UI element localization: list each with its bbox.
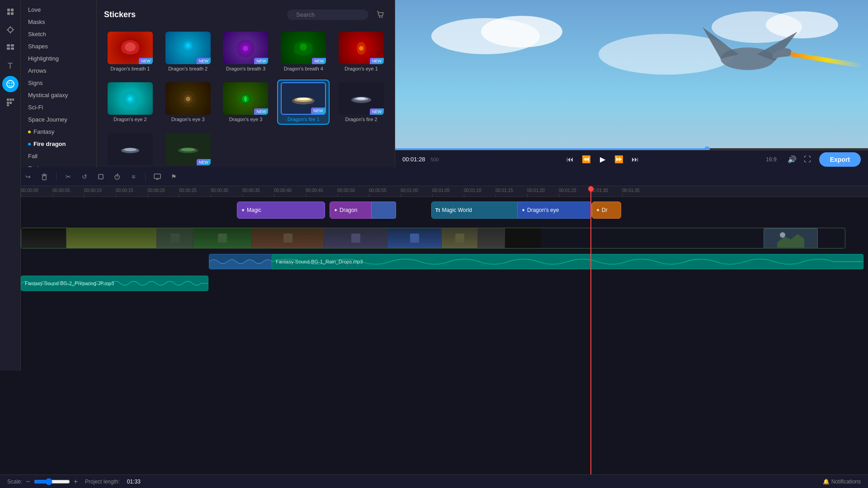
undo-history-button[interactable]: ↺ bbox=[78, 170, 91, 183]
sticker-item-dragon-eye-3a[interactable]: Dragon's eye 3 bbox=[162, 80, 214, 125]
scale-label: Scale: bbox=[7, 479, 22, 485]
play-pause-button[interactable]: ▶ bbox=[596, 153, 609, 166]
nav-icon-grid[interactable] bbox=[2, 40, 19, 56]
nav-icon-text[interactable]: T bbox=[2, 58, 19, 74]
new-badge: NEW bbox=[312, 58, 326, 64]
video-seg-forest bbox=[66, 228, 157, 248]
sidebar-item-arrows[interactable]: Arrows bbox=[21, 65, 96, 77]
audio-clip-bg2[interactable]: Fantasy-Sound-BG-2_Preparing-JP.mp3 bbox=[21, 276, 208, 291]
list-button[interactable]: ≡ bbox=[127, 170, 140, 183]
sidebar-item-shapes[interactable]: Shapes bbox=[21, 40, 96, 52]
clip-label: Magic bbox=[247, 207, 261, 213]
photo-thumbnail-svg bbox=[777, 230, 804, 248]
sidebar-item-love[interactable]: Love bbox=[21, 4, 96, 16]
sidebar-item-sketch[interactable]: Sketch bbox=[21, 28, 96, 40]
dot-blue bbox=[28, 143, 31, 145]
video-seg-green bbox=[193, 228, 252, 248]
sticker-thumb: NEW bbox=[223, 82, 268, 115]
ruler-mark-13: 00:01:05 bbox=[432, 188, 450, 193]
nav-icon-stickers[interactable] bbox=[2, 76, 19, 92]
sticker-item-dragon-fire-1[interactable]: NEW Dragon's fire 1 bbox=[277, 80, 330, 125]
step-back-button[interactable]: ⏪ bbox=[580, 153, 593, 166]
sticker-clip-magic[interactable]: ✦ Magic bbox=[237, 202, 325, 219]
svg-rect-19 bbox=[7, 102, 9, 104]
sticker-item-dragon-eye-2[interactable]: Dragon's eye 2 bbox=[104, 80, 156, 125]
skip-to-start-button[interactable]: ⏮ bbox=[564, 153, 576, 166]
nav-icon-apps[interactable] bbox=[2, 94, 19, 110]
sidebar-item-fantasy[interactable]: Fantasy bbox=[21, 126, 96, 138]
video-seg-olive bbox=[442, 228, 478, 248]
scale-slider[interactable] bbox=[34, 478, 70, 485]
status-bar: Scale: − + Project length: 01:33 🔔 Notif… bbox=[0, 474, 868, 488]
delete-button[interactable] bbox=[38, 170, 51, 183]
scale-minus[interactable]: − bbox=[26, 478, 30, 486]
video-seg-blue bbox=[387, 228, 442, 248]
sticker-item-dragon-breath-4[interactable]: NEW Dragon's breath 4 bbox=[277, 29, 330, 74]
sticker-clip-dr[interactable]: ✦ Dr bbox=[592, 202, 621, 219]
sidebar-item-space-journey[interactable]: Space Journey bbox=[21, 113, 96, 126]
sticker-item-dragon-eye-3b[interactable]: NEW Dragon's eye 3 bbox=[220, 80, 272, 125]
flag-button[interactable]: ⚑ bbox=[167, 170, 180, 183]
sticker-clip-magic-world[interactable]: Tt Magic World bbox=[431, 202, 522, 219]
ruler-mark-2: 00:00:10 bbox=[84, 188, 102, 193]
scale-plus[interactable]: + bbox=[74, 478, 78, 486]
sidebar-item-fire-dragon[interactable]: Fire dragon bbox=[21, 138, 96, 150]
nav-icon-effects[interactable] bbox=[2, 22, 19, 38]
nav-icon-1[interactable] bbox=[2, 4, 19, 20]
sticker-item-dragon-fire-3[interactable]: Dragon's fire 3 bbox=[104, 130, 156, 169]
new-badge: NEW bbox=[311, 108, 325, 114]
sidebar-item-signs[interactable]: Signs bbox=[21, 77, 96, 89]
sidebar-item-highlighting[interactable]: Highlighting bbox=[21, 52, 96, 65]
stickers-header: Stickers bbox=[104, 7, 387, 22]
current-time: 00:01:28 bbox=[402, 156, 425, 163]
export-button[interactable]: Export bbox=[819, 152, 861, 167]
rotate-button[interactable] bbox=[94, 170, 107, 183]
sticker-label: Dragon's eye 3 bbox=[229, 117, 263, 122]
ruler-mark-3: 00:00:15 bbox=[116, 188, 133, 193]
sticker-item-dragon-fire-4[interactable]: NEW Dragon's fire 4 bbox=[162, 130, 214, 169]
redo-button[interactable]: ↪ bbox=[22, 170, 34, 183]
svg-rect-21 bbox=[7, 104, 9, 106]
audio-clip-fantasy[interactable]: Fantasy-Sound-BG-1_Rain_Drops.mp3 bbox=[272, 254, 863, 269]
new-badge: NEW bbox=[197, 58, 211, 64]
sticker-item-dragon-breath-1[interactable]: NEW Dragon's breath 1 bbox=[104, 29, 156, 74]
sidebar-item-sci-fi[interactable]: Sci-Fi bbox=[21, 101, 96, 113]
skip-to-end-button[interactable]: ⏭ bbox=[629, 153, 642, 166]
fullscreen-button[interactable]: ⛶ bbox=[801, 153, 814, 166]
ruler-mark-11: 00:00:55 bbox=[369, 188, 387, 193]
video-seg-dark2 bbox=[324, 228, 387, 248]
ruler-mark-12: 00:01:00 bbox=[401, 188, 418, 193]
photo-thumbnail[interactable] bbox=[764, 228, 818, 249]
sticker-thumb: NEW bbox=[281, 82, 326, 115]
video-clip-main[interactable] bbox=[21, 228, 845, 249]
sticker-item-dragon-fire-2[interactable]: NEW Dragon's fire 2 bbox=[335, 80, 387, 125]
ruler-mark-17: 00:01:25 bbox=[559, 188, 576, 193]
sidebar-item-masks[interactable]: Masks bbox=[21, 16, 96, 28]
timer-button[interactable] bbox=[111, 170, 123, 183]
sticker-label: Dragon's breath 1 bbox=[110, 66, 150, 71]
sidebar-item-fall[interactable]: Fall bbox=[21, 150, 96, 162]
new-badge: NEW bbox=[254, 108, 268, 115]
sticker-clip-dragon-eye[interactable]: ✦ Dragon's eye bbox=[517, 202, 592, 219]
sidebar-item-mystical-galaxy[interactable]: Mystical galaxy bbox=[21, 89, 96, 101]
waveform-svg-3 bbox=[21, 276, 208, 291]
search-bar[interactable] bbox=[287, 9, 368, 20]
volume-button[interactable]: 🔊 bbox=[786, 153, 798, 166]
notifications-button[interactable]: 🔔 Notifications bbox=[823, 479, 861, 485]
cart-button[interactable] bbox=[373, 7, 387, 22]
sky-svg bbox=[395, 0, 868, 167]
step-forward-button[interactable]: ⏩ bbox=[613, 153, 625, 166]
timeline-ruler: 00:00:00 00:00:05 00:00:10 00:00:15 00:0… bbox=[21, 186, 868, 197]
sticker-item-dragon-breath-3[interactable]: NEW Dragon's breath 3 bbox=[220, 29, 272, 74]
svg-rect-1 bbox=[11, 9, 14, 11]
trim-indicator3 bbox=[283, 234, 292, 243]
sticker-item-dragon-eye-1[interactable]: NEW Dragon's eye 1 bbox=[335, 29, 387, 74]
sticker-item-dragon-breath-2[interactable]: NEW Dragon's breath 2 bbox=[162, 29, 214, 74]
clip-label: Magic World bbox=[442, 207, 472, 213]
dot-gold bbox=[28, 131, 31, 133]
video-preview bbox=[395, 0, 868, 167]
search-input[interactable] bbox=[296, 11, 372, 18]
cut-button[interactable]: ✂ bbox=[62, 170, 75, 183]
blue-placeholder-block[interactable] bbox=[371, 202, 396, 219]
monitor-button[interactable] bbox=[151, 170, 164, 183]
